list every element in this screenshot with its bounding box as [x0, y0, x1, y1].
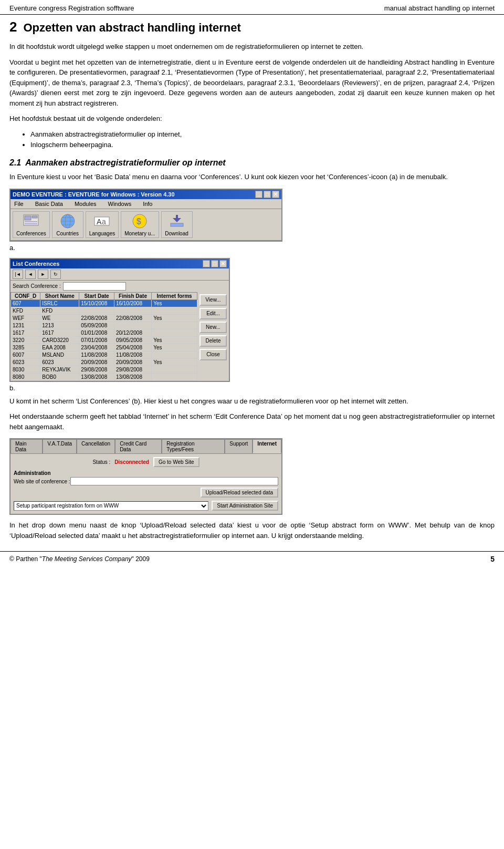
table-cell-id: 3220: [11, 336, 40, 344]
list-conf-title: List Conferences: [13, 261, 59, 267]
chapter-title: Opzetten van abstract handling internet: [23, 21, 240, 35]
table-row[interactable]: 1617161701/01/200820/12/2008: [11, 329, 197, 336]
tab-internet[interactable]: Internet: [253, 439, 281, 453]
col-start-date: Start Date: [79, 292, 114, 299]
screenshot-list-conf: List Conferences _ □ ✕ |◄ ◄ ► ↻ Search C…: [9, 258, 495, 382]
lc-prev-btn[interactable]: ◄: [25, 270, 36, 279]
toolbar-countries[interactable]: Countries: [52, 211, 83, 238]
table-cell-id: KFD: [11, 307, 40, 314]
main-content: 2 Opzetten van abstract handling interne…: [0, 19, 504, 541]
search-row: Search Conference :: [10, 281, 229, 292]
page-footer: © Parthen "The Meeting Services Company"…: [0, 551, 504, 566]
menu-file[interactable]: File: [13, 200, 25, 208]
table-row[interactable]: 6023602320/09/200820/09/2008Yes: [11, 358, 197, 366]
status-row: Status : Disconnected Go to Web Site: [14, 457, 278, 467]
intro-text: In dit hoofdstuk wordt uitgelegd welke s…: [9, 42, 495, 52]
web-site-row: Web site of conference :: [14, 477, 278, 485]
tab-reg-types[interactable]: Registration Types/Fees: [162, 439, 225, 453]
toolbar-conferences[interactable]: Conferences: [13, 211, 50, 238]
table-cell-internet: Yes: [152, 336, 197, 344]
menu-windows[interactable]: Windows: [107, 200, 133, 208]
lc-first-btn[interactable]: |◄: [13, 270, 23, 279]
tab-main-data[interactable]: Main Data: [10, 439, 43, 453]
close-conf-btn[interactable]: Close: [200, 349, 227, 360]
table-row[interactable]: WEFWE22/08/200822/08/2008Yes: [11, 314, 197, 322]
table-cell-name: 1617: [40, 329, 79, 336]
table-row[interactable]: 1231121305/09/2008: [11, 322, 197, 329]
lc-next-btn[interactable]: ►: [38, 270, 48, 279]
table-cell-start: 15/10/2008: [79, 299, 114, 307]
search-input[interactable]: [63, 282, 126, 291]
table-row[interactable]: 6007MSLAND11/08/200811/08/2008: [11, 351, 197, 358]
section-heading: 2.1 Aanmaken abstractregistratieformulie…: [9, 158, 495, 168]
upload-btn[interactable]: Upload/Reload selected data: [201, 488, 278, 498]
eventure-toolbar: Conferences Countries: [10, 209, 281, 241]
table-cell-name: 1213: [40, 322, 79, 329]
para2: Het hoofdstuk bestaat uit de volgende on…: [9, 113, 495, 124]
tab-support[interactable]: Support: [225, 439, 253, 453]
tab-vat[interactable]: V.A.T.Data: [43, 439, 77, 453]
eventure-menubar: File Basic Data Modules Windows Info: [10, 199, 281, 209]
table-cell-finish: 16/10/2008: [114, 299, 151, 307]
table-cell-internet: [152, 307, 197, 314]
lc-close-btn[interactable]: ✕: [219, 260, 227, 267]
menu-modules[interactable]: Modules: [73, 200, 98, 208]
edit-btn[interactable]: Edit...: [200, 308, 227, 319]
table-row[interactable]: 3220CARD322007/01/200809/05/2008Yes: [11, 336, 197, 344]
table-cell-name: MSLAND: [40, 351, 79, 358]
eventure-title-bar: DEMO EVENTURE : EVENTURE for Windows : V…: [10, 190, 281, 199]
download-icon: [169, 213, 185, 230]
view-btn[interactable]: View...: [200, 294, 227, 306]
lc-minimize-btn[interactable]: _: [203, 260, 210, 267]
table-cell-finish: 20/12/2008: [114, 329, 151, 336]
header-right: manual abstract handling op internet: [384, 4, 495, 12]
status-label: Status :: [92, 459, 110, 465]
toolbar-languages[interactable]: A a Languages: [86, 211, 119, 238]
table-cell-id: 8080: [11, 373, 40, 380]
maximize-btn[interactable]: □: [264, 191, 271, 198]
start-admin-btn[interactable]: Start Administration Site: [212, 501, 278, 511]
table-cell-start: 07/01/2008: [79, 336, 114, 344]
menu-basic-data[interactable]: Basic Data: [34, 200, 65, 208]
table-cell-finish: 09/05/2008: [114, 336, 151, 344]
web-site-input[interactable]: [70, 477, 278, 485]
table-cell-internet: Yes: [152, 299, 197, 307]
go-to-web-btn[interactable]: Go to Web Site: [153, 457, 200, 467]
table-row[interactable]: KFDKFD: [11, 307, 197, 314]
table-cell-id: 6007: [11, 351, 40, 358]
lc-refresh-btn[interactable]: ↻: [50, 270, 61, 279]
menu-info[interactable]: Info: [141, 200, 154, 208]
conf-action-buttons: View... Edit... New... Delete Close: [197, 292, 229, 381]
table-cell-internet: Yes: [152, 344, 197, 351]
list-conf-toolbar: |◄ ◄ ► ↻: [10, 268, 229, 281]
table-cell-start: 13/08/2008: [79, 373, 114, 380]
web-site-label: Web site of conference :: [14, 479, 70, 484]
para1: Voordat u begint met het opzetten van de…: [9, 57, 495, 109]
table-cell-internet: [152, 373, 197, 380]
para-b2: Het onderstaande scherm geeft het tabbla…: [9, 411, 495, 432]
tab-credit-card[interactable]: Credit Card Data: [115, 439, 162, 453]
table-row[interactable]: 8080BOB013/08/200813/08/2008: [11, 373, 197, 380]
svg-text:a: a: [102, 218, 106, 226]
table-cell-name: KFD: [40, 307, 79, 314]
lc-maximize-btn[interactable]: □: [211, 260, 218, 267]
close-btn[interactable]: ✕: [272, 191, 279, 198]
toolbar-download[interactable]: Download: [161, 211, 193, 238]
monetary-icon: $: [131, 213, 148, 230]
table-cell-id: 6023: [11, 358, 40, 366]
new-btn[interactable]: New...: [200, 322, 227, 333]
table-row[interactable]: 8030REYKJAVIK29/08/200829/08/2008: [11, 366, 197, 373]
table-row[interactable]: 607ISRLC15/10/200816/10/2008Yes: [11, 299, 197, 307]
footer-left: © Parthen "The Meeting Services Company"…: [9, 555, 150, 563]
tab-cancellation[interactable]: Cancellation: [77, 439, 115, 453]
internet-body: Status : Disconnected Go to Web Site Adm…: [10, 454, 281, 514]
monetary-label: Monetary u...: [124, 231, 155, 236]
table-row[interactable]: 3285EAA 200823/04/200825/04/2008Yes: [11, 344, 197, 351]
toolbar-monetary[interactable]: $ Monetary u...: [121, 211, 159, 238]
delete-btn[interactable]: Delete: [200, 335, 227, 347]
admin-section-label: Administration: [14, 470, 278, 476]
setup-select-1[interactable]: Setup participant registration form on W…: [14, 501, 208, 511]
minimize-btn[interactable]: _: [255, 191, 262, 198]
table-cell-id: 3285: [11, 344, 40, 351]
section-title: Aanmaken abstractregistratieformulier op…: [25, 158, 225, 168]
